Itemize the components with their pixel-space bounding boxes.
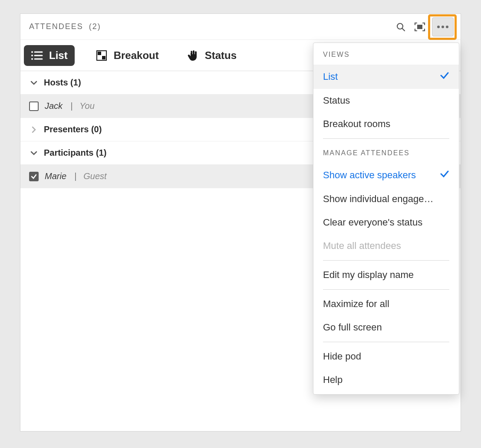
attendee-name: Jack [45,101,63,111]
menu-item-fullscreen[interactable]: Go full screen [313,316,459,339]
menu-item-active-speakers[interactable]: Show active speakers [313,163,459,187]
pod-header: ATTENDEES (2) [20,14,461,40]
checkmark-icon [440,169,449,181]
menu-item-label: List [323,71,338,82]
menu-divider [323,289,449,290]
svg-rect-2 [417,25,422,29]
attendee-suffix: You [79,101,94,111]
menu-item-label: Help [323,374,343,386]
menu-item-label: Clear everyone's status [323,217,422,228]
attendee-suffix: Guest [83,171,106,181]
menu-item-label: Mute all attendees [323,240,401,252]
menu-item-label: Maximize for all [323,298,389,310]
tab-status[interactable]: Status [180,45,244,66]
attendee-sep: | [70,101,72,111]
menu-item-hide-pod[interactable]: Hide pod [313,345,459,368]
menu-item-mute-all: Mute all attendees [313,234,459,258]
menu-section-views: VIEWS [313,43,459,65]
tab-list[interactable]: List [24,45,75,66]
pod-title-wrap: ATTENDEES (2) [29,22,101,31]
group-hosts-label: Hosts (1) [44,78,81,88]
svg-point-7 [31,58,33,60]
attendee-name: Marie [45,171,66,181]
chevron-down-icon [29,79,39,87]
more-options-icon [437,26,440,28]
list-icon [31,51,43,60]
menu-item-individual-engage[interactable]: Show individual engage… [313,187,459,211]
tab-breakout[interactable]: Breakout [89,45,166,66]
svg-line-1 [402,28,405,31]
menu-item-label: Show active speakers [323,170,416,181]
attendees-pod: ATTENDEES (2) [20,13,461,432]
svg-point-3 [31,51,33,53]
group-presenters-label: Presenters (0) [44,124,102,134]
breakout-icon [96,51,108,60]
frame-view-icon [414,22,425,32]
checkmark-icon [440,71,449,83]
menu-item-view-list[interactable]: List [313,65,459,89]
svg-rect-10 [98,52,101,55]
chevron-down-icon [29,149,39,157]
tab-breakout-label: Breakout [114,49,159,62]
menu-divider [323,138,449,139]
group-participants-label: Participants (1) [44,148,106,158]
more-options-menu: VIEWS List Status Breakout rooms MANAGE … [313,43,459,395]
pod-title: ATTENDEES [29,22,83,31]
header-actions [394,17,454,36]
menu-item-help[interactable]: Help [313,368,459,392]
menu-item-maximize[interactable]: Maximize for all [313,292,459,316]
tab-status-label: Status [205,49,237,62]
menu-section-manage: MANAGE ATTENDEES [313,141,459,163]
search-icon [395,22,406,32]
pod-count: (2) [89,22,101,31]
tab-list-label: List [49,49,68,62]
menu-item-view-breakout[interactable]: Breakout rooms [313,112,459,136]
chevron-right-icon [29,126,39,134]
hand-icon [187,51,199,60]
checkbox-unchecked[interactable] [29,101,39,111]
menu-divider [323,342,449,342]
menu-item-clear-status[interactable]: Clear everyone's status [313,211,459,234]
search-button[interactable] [394,20,408,34]
menu-item-label: Go full screen [323,322,382,333]
checkbox-checked[interactable] [29,172,39,181]
frame-view-button[interactable] [413,20,427,34]
menu-item-label: Show individual engage… [323,193,433,205]
menu-item-edit-name[interactable]: Edit my display name [313,263,459,287]
menu-item-label: Status [323,95,350,106]
attendee-sep: | [74,171,76,181]
menu-item-label: Hide pod [323,351,361,362]
menu-item-label: Breakout rooms [323,118,390,130]
svg-rect-11 [102,56,105,59]
menu-divider [323,260,449,261]
menu-item-label: Edit my display name [323,269,414,281]
more-options-button[interactable] [432,17,454,36]
menu-item-view-status[interactable]: Status [313,89,459,112]
svg-point-5 [31,55,33,56]
